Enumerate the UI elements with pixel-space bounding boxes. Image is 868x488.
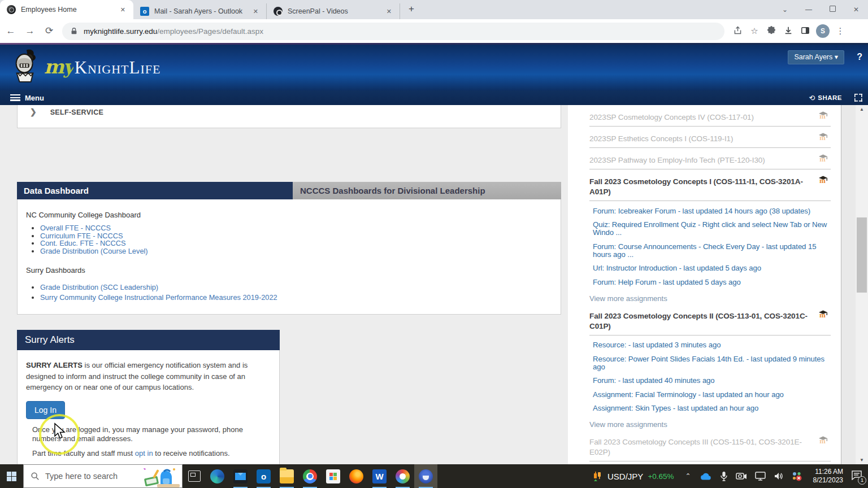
tab-close-icon[interactable]: ✕ [251,7,261,16]
dashboard-link[interactable]: Surry Community College Instructional Pe… [40,293,277,302]
user-menu-button[interactable]: Sarah Ayers ▾ [788,50,844,64]
address-bar[interactable]: myknightlife.surry.edu/employees/Pages/d… [62,23,724,40]
list-item: Overall FTE - NCCCS [40,224,561,232]
dashboard-tabs: Data Dashboard NCCCS Dashboards for Divi… [17,182,561,199]
course-section: 2023SP Cosmetology Concepts IV (COS-117-… [589,105,831,127]
edge-button[interactable] [206,464,229,488]
list-item: Curriculum FTE - NCCCS [40,232,561,240]
webpage: myKnightLife Sarah Ayers ▾ ? Menu ⟲ SHAR… [0,43,868,464]
hidden-icons-caret[interactable]: ⌃ [685,472,691,480]
assignment-link[interactable]: Url: Instructor Introduction - last upda… [593,264,831,272]
course-title-link[interactable]: Fall 2023 Cosmetology Concepts II (COS-1… [589,312,808,330]
notification-center-button[interactable]: 1 [851,470,862,482]
file-explorer-button[interactable] [275,464,298,488]
word-button[interactable]: W [368,464,391,488]
myknightlife-logo[interactable]: myKnightLife [12,49,161,85]
scroll-up-arrow[interactable]: ▲ [856,107,868,112]
side-panel-icon[interactable] [797,26,814,37]
menu-label[interactable]: Menu [25,94,44,102]
share-button[interactable]: SHARE [818,94,842,101]
fullscreen-icon[interactable] [854,94,862,102]
assignment-link[interactable]: Forum: - last updated 40 minutes ago [593,377,831,385]
assignment-link[interactable]: Assignment: Skin Types - last updated an… [593,404,831,412]
maximize-button[interactable] [821,0,844,19]
course-title-link[interactable]: 2023SP Pathway to Employ-Info Tech (PTE-… [589,156,765,164]
course-title-link[interactable]: Fall 2023 Cosmetology Concepts III (COS-… [589,438,802,456]
volume-icon[interactable] [774,472,784,481]
onedrive-icon[interactable] [700,472,712,481]
microphone-icon[interactable] [720,471,728,481]
start-button[interactable] [0,464,23,488]
tab-employees-home[interactable]: Employees Home ✕ [0,0,133,19]
browser-menu-icon[interactable]: ⋮ [832,26,849,36]
mail-icon [233,469,248,483]
help-icon[interactable]: ? [857,50,862,63]
assignment-link[interactable]: Forum: Icebreaker Forum - last updated 1… [593,207,831,215]
moodle-icon: m [818,175,828,186]
course-section: 2023SP Esthetics Concepts I (COS-119-I1)… [589,127,831,148]
assignment-link[interactable]: Assignment: Facial Terminology - last up… [593,391,831,399]
media-editor-button[interactable] [391,464,414,488]
dashboard-link-list: Grade Distribution (SCC Leadership) Surr… [40,284,561,301]
assignment-link[interactable]: Resource: Power Point Slides Facials 14t… [593,355,831,371]
tab-outlook[interactable]: o Mail - Sarah Ayers - Outlook ✕ [133,3,267,19]
microsoft-store-button[interactable] [322,464,345,488]
taskbar-clock[interactable]: 11:26 AM 8/21/2023 [813,468,843,485]
firefox-button[interactable] [345,464,368,488]
course-section: Fall 2023 Cosmetology Concepts I (COS-11… [589,169,831,303]
reload-icon[interactable]: ⟳ [41,23,58,40]
course-title-link[interactable]: Fall 2023 Cosmetology Concepts I (COS-11… [589,177,803,196]
outlook-button[interactable]: o [252,464,275,488]
course-title-row: 2023SP Pathway to Employ-Info Tech (PTE-… [589,148,831,169]
windows-logo-icon [7,472,16,481]
assignment-link[interactable]: Forum: Help Forum - last updated 5 days … [593,278,831,286]
task-view-button[interactable] [183,464,206,488]
outlook-favicon: o [140,7,149,16]
course-title-link[interactable]: 2023SP Cosmetology Concepts IV (COS-117-… [589,113,754,121]
extensions-icon[interactable] [763,26,780,37]
assignment-link[interactable]: Resource: - last updated 3 minutes ago [593,341,831,349]
download-icon[interactable] [780,26,797,37]
mail-button[interactable] [229,464,252,488]
tab-close-icon[interactable]: ✕ [384,7,394,16]
taskbar-search-input[interactable]: Type here to search [23,464,183,488]
page-scrollbar[interactable]: ▲ ▼ [856,105,868,464]
share-page-icon[interactable] [729,25,746,37]
display-network-icon[interactable] [755,472,766,481]
camera-icon[interactable] [736,472,747,481]
tab-close-icon[interactable]: ✕ [118,5,128,15]
app-status-icon[interactable] [792,471,802,482]
dashboard-link[interactable]: Grade Distribution (SCC Leadership) [40,283,158,291]
tab-ncccs-dashboards[interactable]: NCCCS Dashboards for Divisional Leadersh… [293,182,561,199]
hamburger-menu-icon[interactable] [10,94,20,101]
forward-icon[interactable]: → [21,23,38,40]
opt-in-link[interactable]: opt in [135,449,153,457]
assignment-link[interactable]: Quiz: Required Enrollment Quiz - Right c… [593,221,831,237]
profile-avatar[interactable]: S [816,24,830,38]
bookmark-star-icon[interactable]: ☆ [746,26,763,36]
course-title-link[interactable]: 2023SP Esthetics Concepts I (COS-119-I1) [589,134,733,143]
dashboard-link[interactable]: Grade Distribution (Course Level) [40,247,148,255]
self-service-section[interactable]: ❯ SELF-SERVICE [17,105,561,128]
chrome-button[interactable] [298,464,322,488]
self-service-label: SELF-SERVICE [50,108,103,116]
stock-ticker-widget[interactable]: USD/JPY +0.65% [592,470,676,482]
close-button[interactable]: ✕ [844,0,868,19]
new-tab-button[interactable]: + [403,2,419,18]
view-more-assignments-link[interactable]: View more assignments [589,420,831,429]
screenpal-button[interactable] [414,464,437,488]
back-icon[interactable]: ← [2,23,19,40]
scroll-down-arrow[interactable]: ▼ [856,457,868,463]
course-title-row: Fall 2023 Cosmetology Concepts I (COS-11… [589,169,831,201]
search-box-illustration [140,465,181,487]
minimize-button[interactable]: — [797,0,821,19]
list-item: Cont. Educ. FTE - NCCCS [40,239,561,247]
window-chevron-icon[interactable]: ⌄ [773,0,797,19]
url-text: myknightlife.surry.edu/employees/Pages/d… [84,27,263,36]
tab-data-dashboard[interactable]: Data Dashboard [17,182,293,199]
assignment-link[interactable]: Forum: Course Announcements - Check Ever… [593,243,831,259]
tab-screenpal[interactable]: ScreenPal - Videos ✕ [267,3,400,19]
view-more-assignments-link[interactable]: View more assignments [589,294,831,303]
scrollbar-thumb[interactable] [857,217,867,293]
chevron-right-icon[interactable]: ❯ [30,107,37,116]
